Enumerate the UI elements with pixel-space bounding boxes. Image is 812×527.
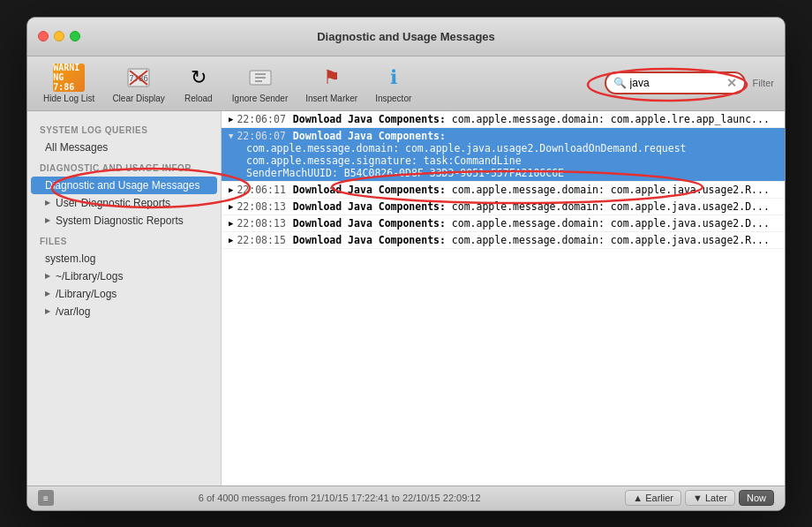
files-section-header: FILES <box>27 230 221 250</box>
search-icon: 🔍 <box>613 77 627 89</box>
traffic-lights <box>38 31 80 41</box>
warning-icon: WARNING 7:86 <box>53 64 85 92</box>
expand-triangle-icon: ▶ <box>229 185 233 194</box>
sidebar-item-lib-logs[interactable]: ▶ /Library/Logs <box>27 285 221 303</box>
log-row[interactable]: ▶ 22:08:15 Download Java Components: com… <box>222 232 785 249</box>
sidebar-item-system-diagnostic[interactable]: ▶ System Diagnostic Reports <box>27 212 221 230</box>
ignore-sender-button[interactable]: Ignore Sender <box>227 62 293 105</box>
log-row[interactable]: ▶ 22:08:13 Download Java Components: com… <box>222 199 785 215</box>
earlier-label: Earlier <box>645 493 673 503</box>
filter-label: Filter <box>753 78 774 88</box>
log-expand-line: com.apple.message.signature: task:Comman… <box>229 154 522 167</box>
earlier-button[interactable]: ▲ Earlier <box>625 490 681 506</box>
hide-log-button[interactable]: WARNING 7:86 Hide Log List <box>38 62 100 105</box>
insert-marker-button[interactable]: ⚑ Insert Marker <box>300 62 363 105</box>
expand-triangle-icon: ▶ <box>229 202 233 211</box>
statusbar-text: 6 of 4000 messages from 21/10/15 17:22:4… <box>61 493 618 503</box>
search-box[interactable]: 🔍 ✕ <box>605 72 746 94</box>
system-log-label: system.log <box>45 252 95 265</box>
close-button[interactable] <box>38 31 49 41</box>
system-diagnostic-label: System Diagnostic Reports <box>56 215 184 227</box>
reload-button[interactable]: ↻ Reload <box>177 62 220 105</box>
reload-icon: ↻ <box>183 64 214 92</box>
clear-display-label: Clear Display <box>112 94 164 103</box>
now-button[interactable]: Now <box>739 490 774 506</box>
clear-display-button[interactable]: 7:86 Clear Display <box>107 62 169 105</box>
main-area: SYSTEM LOG QUERIES All Messages DIAGNOST… <box>27 111 785 486</box>
log-icon: ≡ <box>38 490 54 506</box>
sidebar: SYSTEM LOG QUERIES All Messages DIAGNOST… <box>27 111 222 486</box>
log-row[interactable]: ▶ 22:06:07 Download Java Components: com… <box>222 111 785 128</box>
library-logs-label: ~/Library/Logs <box>56 270 123 282</box>
insert-marker-label: Insert Marker <box>305 94 357 103</box>
statusbar: ≡ 6 of 4000 messages from 21/10/15 17:22… <box>27 486 785 510</box>
maximize-button[interactable] <box>70 31 80 41</box>
reload-label: Reload <box>184 94 213 103</box>
sidebar-item-library-logs[interactable]: ▶ ~/Library/Logs <box>27 267 221 285</box>
expand-triangle-icon: ▶ <box>229 115 233 124</box>
window-title: Diagnostic and Usage Messages <box>317 30 495 43</box>
ignore-icon <box>244 64 276 92</box>
inspector-label: Inspector <box>375 94 411 103</box>
all-messages-label: All Messages <box>45 141 108 154</box>
navigation-controls: ▲ Earlier ▼ Later Now <box>625 490 774 506</box>
triangle-icon: ▶ <box>45 216 50 224</box>
sidebar-item-diagnostic-messages[interactable]: Diagnostic and Usage Messages <box>31 177 217 194</box>
sidebar-item-all-messages[interactable]: All Messages <box>27 139 221 156</box>
triangle-icon: ▶ <box>45 307 50 315</box>
log-content: ▶ 22:06:07 Download Java Components: com… <box>222 111 785 486</box>
search-clear-button[interactable]: ✕ <box>726 76 737 90</box>
expand-triangle-icon: ▶ <box>229 219 233 228</box>
sidebar-item-var-log[interactable]: ▶ /var/log <box>27 303 221 320</box>
clear-icon: 7:86 <box>123 64 154 92</box>
sidebar-item-system-log[interactable]: system.log <box>27 250 221 267</box>
sidebar-item-user-diagnostic[interactable]: ▶ User Diagnostic Reports <box>27 194 221 212</box>
later-arrow-icon: ▼ <box>693 493 703 503</box>
inspector-icon: ℹ <box>378 64 410 92</box>
log-row-expanded[interactable]: ▼ 22:06:07 Download Java Components: com… <box>222 128 785 182</box>
log-row[interactable]: ▶ 22:08:13 Download Java Components: com… <box>222 215 785 232</box>
later-button[interactable]: ▼ Later <box>685 490 735 506</box>
ignore-sender-label: Ignore Sender <box>232 94 288 103</box>
expand-triangle-icon: ▼ <box>229 132 233 140</box>
toolbar: WARNING 7:86 Hide Log List 7:86 Clear Di… <box>27 56 785 111</box>
search-input[interactable] <box>630 77 723 89</box>
system-log-section-header: SYSTEM LOG QUERIES <box>27 118 221 139</box>
marker-icon: ⚑ <box>316 64 348 92</box>
inspector-button[interactable]: ℹ Inspector <box>370 62 417 105</box>
diagnostic-section-header: DIAGNOSTIC AND USAGE INFOR... <box>27 156 221 177</box>
minimize-button[interactable] <box>54 31 64 41</box>
triangle-icon: ▶ <box>45 199 50 207</box>
user-diagnostic-label: User Diagnostic Reports <box>56 197 170 209</box>
hide-log-label: Hide Log List <box>43 94 94 103</box>
later-label: Later <box>705 493 727 503</box>
now-label: Now <box>747 493 766 503</box>
triangle-icon: ▶ <box>45 272 50 280</box>
earlier-arrow-icon: ▲ <box>633 493 643 503</box>
main-window: Diagnostic and Usage Messages WARNING 7:… <box>26 17 786 511</box>
log-row[interactable]: ▶ 22:06:11 Download Java Components: com… <box>222 182 785 199</box>
var-log-label: /var/log <box>56 305 90 318</box>
lib-logs-label: /Library/Logs <box>56 288 117 300</box>
titlebar: Diagnostic and Usage Messages <box>27 18 785 56</box>
log-expand-line: SenderMachUUID: B54C0826-0D8F-33D3-9051-… <box>229 167 564 179</box>
log-expand-line: com.apple.message.domain: com.apple.java… <box>229 142 687 154</box>
diagnostic-messages-label: Diagnostic and Usage Messages <box>45 179 199 192</box>
expand-triangle-icon: ▶ <box>229 236 233 245</box>
triangle-icon: ▶ <box>45 290 50 297</box>
